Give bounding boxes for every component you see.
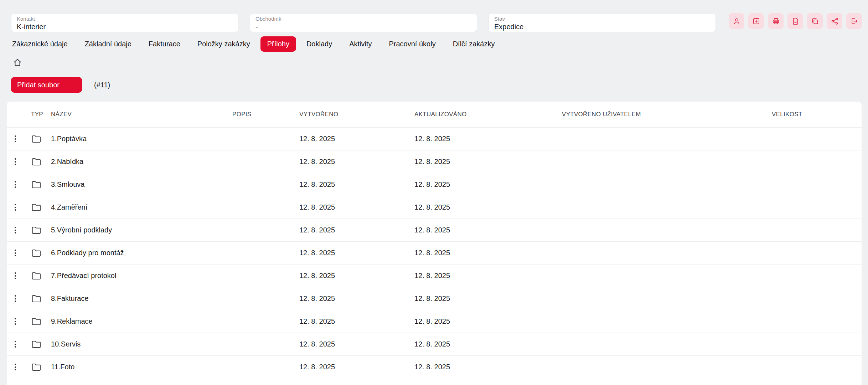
header-fields: Kontakt K-interier Obchodník - Stav Expe… [11, 13, 716, 32]
header-actions [729, 13, 862, 29]
folder-icon[interactable] [31, 271, 42, 281]
copy-icon [811, 17, 819, 25]
row-menu-button[interactable] [11, 246, 20, 260]
row-name[interactable]: 9.Reklamace [44, 317, 225, 325]
table-row[interactable]: 1.Poptávka 12. 8. 2025 12. 8. 2025 [7, 127, 862, 150]
add-file-label: Přidat soubor [17, 81, 60, 89]
logout-icon [850, 17, 858, 25]
tab[interactable]: Aktivity [342, 36, 378, 52]
table-row[interactable]: 5.Výrobní podklady 12. 8. 2025 12. 8. 20… [7, 219, 862, 241]
row-menu-button[interactable] [11, 338, 20, 351]
row-menu-button[interactable] [11, 360, 20, 374]
table-row[interactable]: 9.Reklamace 12. 8. 2025 12. 8. 2025 [7, 310, 862, 333]
row-name[interactable]: 2.Nabídka [44, 158, 225, 166]
row-menu-button[interactable] [11, 315, 20, 328]
row-menu-button[interactable] [11, 224, 20, 237]
table-row[interactable]: 3.Smlouva 12. 8. 2025 12. 8. 2025 [7, 173, 862, 196]
table-row[interactable]: 6.Podklady pro montáž 12. 8. 2025 12. 8.… [7, 241, 862, 264]
row-updated: 12. 8. 2025 [407, 158, 555, 166]
row-name[interactable]: 8.Fakturace [44, 294, 225, 303]
tab-bar: Zákaznické údaje Základní údaje Fakturac… [0, 36, 868, 52]
column-header-typ: TYP [24, 111, 44, 118]
row-created: 12. 8. 2025 [292, 272, 407, 280]
row-menu-button[interactable] [11, 292, 20, 306]
row-name[interactable]: 7.Předávací protokol [44, 272, 225, 280]
table-row[interactable]: 4.Zaměření 12. 8. 2025 12. 8. 2025 [7, 196, 862, 219]
tab[interactable]: Základní údaje [78, 36, 138, 52]
row-menu-button[interactable] [11, 201, 20, 214]
row-updated: 12. 8. 2025 [407, 272, 555, 280]
tab[interactable]: Fakturace [142, 36, 187, 52]
attachments-table: TYP NÁZEV POPIS VYTVOŘENO AKTUALIZOVÁNO … [7, 102, 862, 385]
tab[interactable]: Položky zakázky [191, 36, 257, 52]
order-detail-page: Kontakt K-interier Obchodník - Stav Expe… [0, 0, 868, 385]
field-value: Expedice [494, 23, 710, 31]
folder-icon[interactable] [31, 317, 42, 326]
header-field[interactable]: Kontakt K-interier [11, 13, 238, 32]
copy-action-button[interactable] [807, 13, 823, 29]
document-icon [791, 17, 800, 25]
print-action-button[interactable] [768, 13, 784, 29]
row-updated: 12. 8. 2025 [407, 249, 555, 257]
row-updated: 12. 8. 2025 [407, 317, 555, 325]
row-name[interactable]: 11.Foto [44, 363, 225, 371]
folder-icon[interactable] [31, 248, 42, 258]
row-name[interactable]: 10.Servis [44, 340, 225, 348]
add-action-button[interactable] [748, 13, 764, 29]
row-name[interactable]: 3.Smlouva [44, 180, 225, 189]
folder-icon[interactable] [31, 340, 42, 349]
row-name[interactable]: 6.Podklady pro montáž [44, 249, 225, 257]
row-created: 12. 8. 2025 [292, 226, 407, 234]
tab[interactable]: Přílohy [260, 36, 296, 52]
row-name[interactable]: 4.Zaměření [44, 203, 225, 211]
tab[interactable]: Pracovní úkoly [382, 36, 443, 52]
row-menu-button[interactable] [11, 178, 20, 191]
table-row[interactable]: 2.Nabídka 12. 8. 2025 12. 8. 2025 [7, 150, 862, 173]
table-row[interactable]: 10.Servis 12. 8. 2025 12. 8. 2025 [7, 333, 862, 355]
column-header-velikost: VELIKOST [765, 111, 862, 118]
row-updated: 12. 8. 2025 [407, 340, 555, 348]
folder-icon[interactable] [31, 294, 42, 303]
folder-icon[interactable] [31, 203, 42, 212]
folder-icon[interactable] [31, 134, 42, 144]
topbar: Kontakt K-interier Obchodník - Stav Expe… [0, 0, 868, 32]
row-menu-button[interactable] [11, 155, 20, 169]
row-menu-button[interactable] [11, 132, 20, 146]
header-field[interactable]: Stav Expedice [489, 13, 716, 32]
row-created: 12. 8. 2025 [292, 340, 407, 348]
logout-action-button[interactable] [846, 13, 862, 29]
breadcrumb [13, 58, 868, 68]
table-row[interactable]: 8.Fakturace 12. 8. 2025 12. 8. 2025 [7, 287, 862, 310]
document-action-button[interactable] [787, 13, 803, 29]
row-updated: 12. 8. 2025 [407, 135, 555, 143]
column-header-vytvoreno: VYTVOŘENO [292, 111, 407, 118]
row-name[interactable]: 1.Poptávka [44, 135, 225, 143]
table-header-row: TYP NÁZEV POPIS VYTVOŘENO AKTUALIZOVÁNO … [7, 102, 862, 127]
column-header-vytvoreno-uzivatelem: VYTVOŘENO UŽIVATELEM [555, 111, 765, 118]
attachments-count: (#11) [94, 81, 110, 89]
user-action-button[interactable] [729, 13, 744, 29]
folder-icon[interactable] [31, 226, 42, 235]
tab[interactable]: Doklady [300, 36, 339, 52]
home-button[interactable] [13, 58, 22, 68]
share-action-button[interactable] [827, 13, 842, 29]
attachments-toolbar: Přidat soubor (#11) [11, 77, 868, 93]
add-file-button[interactable]: Přidat soubor [11, 77, 82, 93]
add-icon [752, 17, 760, 25]
tab[interactable]: Dílčí zakázky [446, 36, 502, 52]
folder-icon[interactable] [31, 363, 42, 372]
tab[interactable]: Zákaznické údaje [5, 36, 74, 52]
row-name[interactable]: 5.Výrobní podklady [44, 226, 225, 234]
field-value: - [255, 23, 471, 31]
row-created: 12. 8. 2025 [292, 135, 407, 143]
field-value: K-interier [17, 23, 233, 31]
row-created: 12. 8. 2025 [292, 180, 407, 189]
column-header-nazev: NÁZEV [44, 111, 225, 118]
folder-icon[interactable] [31, 157, 42, 166]
table-row[interactable]: 11.Foto 12. 8. 2025 12. 8. 2025 [7, 355, 862, 378]
row-updated: 12. 8. 2025 [407, 294, 555, 303]
header-field[interactable]: Obchodník - [250, 13, 477, 32]
folder-icon[interactable] [31, 180, 42, 189]
row-menu-button[interactable] [11, 269, 20, 283]
table-row[interactable]: 7.Předávací protokol 12. 8. 2025 12. 8. … [7, 264, 862, 287]
